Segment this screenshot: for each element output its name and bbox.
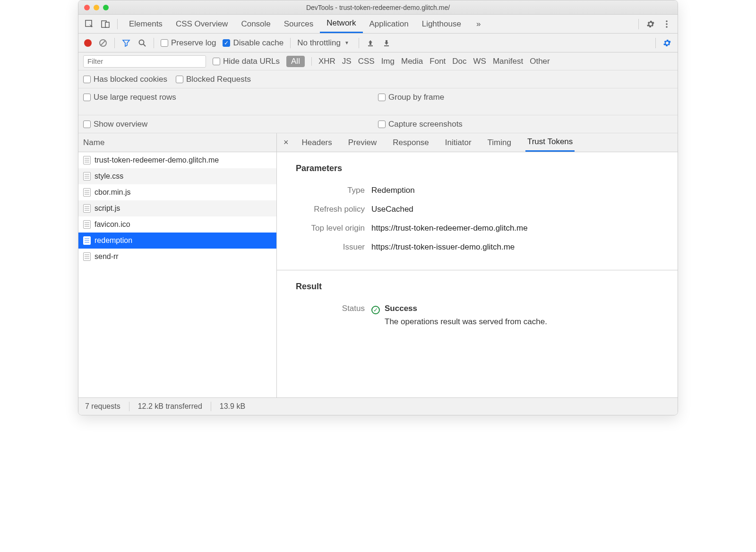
document-icon bbox=[83, 172, 91, 181]
main-tab-css-overview[interactable]: CSS Overview bbox=[169, 15, 235, 33]
filter-funnel-icon[interactable] bbox=[121, 38, 131, 48]
filter-type-font[interactable]: Font bbox=[430, 57, 446, 66]
clear-icon[interactable] bbox=[98, 38, 108, 48]
name-column-header[interactable]: Name bbox=[78, 133, 276, 152]
request-row[interactable]: style.css bbox=[78, 168, 276, 184]
detail-tab-response[interactable]: Response bbox=[391, 133, 431, 152]
filter-type-css[interactable]: CSS bbox=[358, 57, 375, 66]
divider bbox=[154, 38, 154, 48]
parameters-section: Parameters TypeRedemptionRefresh policyU… bbox=[277, 152, 678, 270]
request-row[interactable]: cbor.min.js bbox=[78, 184, 276, 200]
checkbox-box bbox=[83, 121, 91, 128]
preserve-log-checkbox[interactable]: Preserve log bbox=[161, 38, 216, 48]
network-toolbar: Preserve log ✓ Disable cache No throttli… bbox=[78, 34, 678, 52]
network-footer: 7 requests 12.2 kB transferred 13.9 kB bbox=[78, 398, 678, 415]
footer-resources: 13.9 kB bbox=[220, 402, 245, 411]
status-value: Success bbox=[385, 304, 547, 313]
filter-type-img[interactable]: Img bbox=[381, 57, 395, 66]
request-list: trust-token-redeemer-demo.glitch.mestyle… bbox=[78, 152, 276, 397]
filter-type-doc[interactable]: Doc bbox=[452, 57, 466, 66]
blocked-requests-checkbox[interactable]: Blocked Requests bbox=[176, 75, 251, 84]
disable-cache-label: Disable cache bbox=[233, 38, 284, 48]
kebab-menu-icon[interactable] bbox=[660, 17, 674, 31]
detail-tab-trust-tokens[interactable]: Trust Tokens bbox=[525, 133, 575, 152]
filter-type-media[interactable]: Media bbox=[401, 57, 423, 66]
filter-type-other[interactable]: Other bbox=[530, 57, 550, 66]
main-tab-application[interactable]: Application bbox=[363, 15, 415, 33]
main-tab-network[interactable]: Network bbox=[320, 15, 362, 33]
param-row: Issuerhttps://trust-token-issuer-demo.gl… bbox=[277, 238, 678, 257]
detail-tab-timing[interactable]: Timing bbox=[486, 133, 513, 152]
close-detail-icon[interactable]: × bbox=[284, 138, 289, 147]
request-name: trust-token-redeemer-demo.glitch.me bbox=[94, 156, 219, 164]
param-row: TypeRedemption bbox=[277, 181, 678, 200]
checkbox-box bbox=[378, 94, 386, 101]
settings-gear-icon[interactable] bbox=[644, 17, 658, 31]
divider bbox=[290, 38, 291, 48]
main-tab-lighthouse[interactable]: Lighthouse bbox=[415, 15, 468, 33]
more-tabs-button[interactable]: » bbox=[470, 15, 487, 33]
use-large-rows-label: Use large request rows bbox=[94, 93, 176, 102]
filter-type-js[interactable]: JS bbox=[342, 57, 352, 66]
svg-point-3 bbox=[666, 20, 668, 22]
window-title: DevTools - trust-token-redeemer-demo.gli… bbox=[78, 4, 678, 11]
checkbox-box bbox=[213, 58, 220, 65]
svg-rect-11 bbox=[384, 45, 389, 46]
group-by-frame-checkbox[interactable]: Group by frame bbox=[378, 93, 444, 102]
document-icon bbox=[83, 252, 91, 261]
request-name: style.css bbox=[94, 172, 123, 181]
preserve-log-label: Preserve log bbox=[171, 38, 216, 48]
request-detail-pane: × HeadersPreviewResponseInitiatorTimingT… bbox=[277, 133, 678, 397]
upload-har-icon[interactable] bbox=[366, 38, 375, 48]
filter-type-all[interactable]: All bbox=[286, 56, 305, 67]
main-tab-console[interactable]: Console bbox=[234, 15, 277, 33]
svg-point-8 bbox=[139, 40, 144, 44]
show-overview-checkbox[interactable]: Show overview bbox=[83, 120, 147, 129]
param-value: Redemption bbox=[371, 186, 678, 195]
request-row[interactable]: favicon.ico bbox=[78, 216, 276, 233]
param-label: Type bbox=[277, 186, 371, 195]
network-options-row-2: Use large request rows Group by frame Sh… bbox=[78, 88, 678, 133]
request-row[interactable]: redemption bbox=[78, 233, 276, 249]
detail-tab-initiator[interactable]: Initiator bbox=[443, 133, 473, 152]
request-row[interactable]: script.js bbox=[78, 200, 276, 216]
blocked-requests-label: Blocked Requests bbox=[186, 75, 251, 84]
inspect-icon[interactable] bbox=[82, 17, 96, 31]
checkbox-box bbox=[83, 94, 91, 101]
device-toolbar-icon[interactable] bbox=[98, 17, 112, 31]
download-har-icon[interactable] bbox=[382, 38, 391, 48]
main-tab-sources[interactable]: Sources bbox=[277, 15, 320, 33]
param-row: Refresh policyUseCached bbox=[277, 200, 678, 219]
request-list-pane: Name trust-token-redeemer-demo.glitch.me… bbox=[78, 133, 277, 397]
detail-tab-headers[interactable]: Headers bbox=[300, 133, 334, 152]
filter-type-manifest[interactable]: Manifest bbox=[493, 57, 523, 66]
request-name: script.js bbox=[94, 204, 120, 213]
parameters-title: Parameters bbox=[277, 152, 678, 181]
svg-line-9 bbox=[144, 44, 146, 46]
throttling-select[interactable]: No throttling ▼ bbox=[297, 38, 352, 48]
divider bbox=[114, 38, 115, 48]
network-settings-gear-icon[interactable] bbox=[662, 38, 672, 48]
main-tab-elements[interactable]: Elements bbox=[122, 15, 169, 33]
capture-screenshots-checkbox[interactable]: Capture screenshots bbox=[378, 120, 463, 129]
param-value: https://trust-token-issuer-demo.glitch.m… bbox=[371, 242, 678, 252]
filter-type-ws[interactable]: WS bbox=[473, 57, 486, 66]
disable-cache-checkbox[interactable]: ✓ Disable cache bbox=[223, 38, 284, 48]
svg-rect-2 bbox=[105, 22, 109, 27]
request-row[interactable]: send-rr bbox=[78, 249, 276, 265]
use-large-rows-checkbox[interactable]: Use large request rows bbox=[83, 93, 176, 102]
hide-data-urls-checkbox[interactable]: Hide data URLs bbox=[213, 57, 280, 66]
record-button[interactable] bbox=[84, 39, 92, 47]
filter-input[interactable] bbox=[83, 55, 206, 68]
document-icon bbox=[83, 220, 91, 229]
document-icon bbox=[83, 236, 91, 245]
param-value: https://trust-token-redeemer-demo.glitch… bbox=[371, 224, 678, 233]
filter-type-xhr[interactable]: XHR bbox=[318, 57, 335, 66]
status-label: Status bbox=[277, 304, 371, 313]
request-row[interactable]: trust-token-redeemer-demo.glitch.me bbox=[78, 152, 276, 168]
devtools-main-tabs: ElementsCSS OverviewConsoleSourcesNetwor… bbox=[78, 15, 678, 34]
detail-tab-preview[interactable]: Preview bbox=[346, 133, 378, 152]
divider bbox=[211, 402, 211, 411]
search-icon[interactable] bbox=[137, 38, 147, 48]
has-blocked-cookies-checkbox[interactable]: Has blocked cookies bbox=[83, 75, 167, 84]
